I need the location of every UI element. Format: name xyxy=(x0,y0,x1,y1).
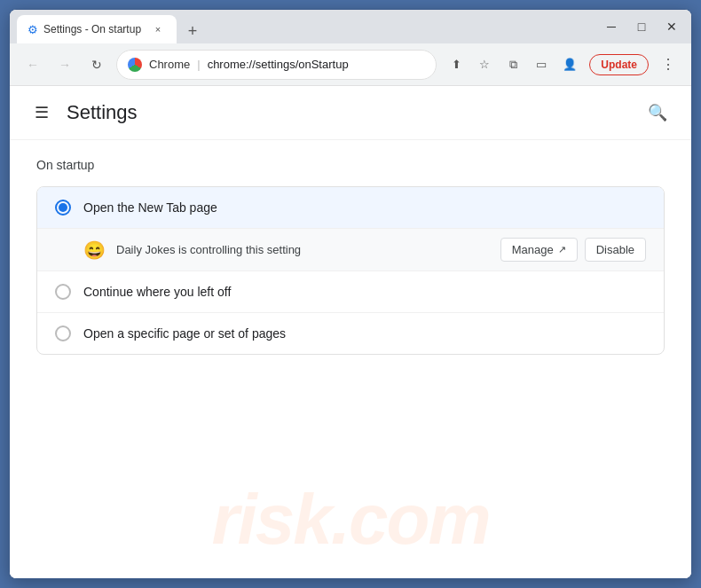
chrome-logo-icon xyxy=(128,58,142,72)
reload-button[interactable]: ↻ xyxy=(84,52,109,77)
settings-body: On startup Open the New Tab page 😄 Daily… xyxy=(10,140,691,578)
url-separator: | xyxy=(197,58,200,71)
title-bar-controls: ─ □ ✕ xyxy=(599,10,684,43)
disable-button[interactable]: Disable xyxy=(585,238,646,262)
option-specific[interactable]: Open a specific page or set of pages xyxy=(37,313,664,354)
url-actions: ⬆ ☆ ⧉ ▭ 👤 xyxy=(444,52,582,77)
extension-label: Daily Jokes is controlling this setting xyxy=(116,243,490,256)
radio-specific[interactable] xyxy=(55,325,71,341)
profile-button[interactable]: 👤 xyxy=(557,52,582,77)
option-continue[interactable]: Continue where you left off xyxy=(37,271,664,313)
star-icon: ☆ xyxy=(479,58,490,71)
sidebar-button[interactable]: ▭ xyxy=(529,52,554,77)
forward-icon: → xyxy=(59,58,71,72)
menu-icon: ⋮ xyxy=(661,56,675,73)
option-specific-label: Open a specific page or set of pages xyxy=(83,326,646,341)
extensions-button[interactable]: ⧉ xyxy=(500,52,525,77)
option-new-tab[interactable]: Open the New Tab page xyxy=(37,187,664,229)
page-content: ☰ Settings 🔍 On startup Open the New Tab… xyxy=(10,86,691,578)
radio-new-tab[interactable] xyxy=(55,200,71,216)
settings-search-button[interactable]: 🔍 xyxy=(642,97,673,129)
active-tab[interactable]: ⚙ Settings - On startup × xyxy=(17,15,177,43)
startup-options-card: Open the New Tab page 😄 Daily Jokes is c… xyxy=(36,186,665,355)
url-bar[interactable]: Chrome | chrome://settings/onStartup xyxy=(116,50,437,80)
maximize-button[interactable]: □ xyxy=(629,14,654,39)
update-button[interactable]: Update xyxy=(589,54,649,75)
forward-button[interactable]: → xyxy=(52,52,77,77)
extensions-icon: ⧉ xyxy=(509,58,517,72)
address-bar: ← → ↻ Chrome | chrome://settings/onStart… xyxy=(10,43,691,86)
option-continue-label: Continue where you left off xyxy=(83,285,646,299)
option-new-tab-label: Open the New Tab page xyxy=(83,200,646,215)
radio-new-tab-inner xyxy=(59,203,67,212)
tab-title: Settings - On startup xyxy=(43,23,145,35)
tab-strip: ⚙ Settings - On startup × + xyxy=(17,10,599,43)
browser-menu-button[interactable]: ⋮ xyxy=(656,52,681,77)
settings-page-title: Settings xyxy=(67,101,631,124)
url-chrome-label: Chrome xyxy=(149,58,190,71)
external-link-icon: ↗ xyxy=(558,244,566,255)
tab-close-button[interactable]: × xyxy=(150,21,166,37)
section-title: On startup xyxy=(36,158,665,172)
url-text[interactable]: chrome://settings/onStartup xyxy=(208,58,426,71)
watermark: risk.com xyxy=(211,479,489,561)
search-icon: 🔍 xyxy=(648,103,667,122)
manage-label: Manage xyxy=(512,243,554,256)
title-bar: ⚙ Settings - On startup × + ─ □ ✕ xyxy=(10,10,691,43)
browser-window: ⚙ Settings - On startup × + ─ □ ✕ ← → ↻ … xyxy=(9,9,692,579)
share-icon: ⬆ xyxy=(452,58,461,71)
new-tab-button[interactable]: + xyxy=(180,19,205,43)
profile-icon: 👤 xyxy=(563,58,577,71)
extension-icon: 😄 xyxy=(83,239,106,261)
radio-continue[interactable] xyxy=(55,284,71,300)
back-button[interactable]: ← xyxy=(20,52,45,77)
back-icon: ← xyxy=(27,58,39,72)
hamburger-menu-button[interactable]: ☰ xyxy=(28,98,56,127)
extension-control-row: 😄 Daily Jokes is controlling this settin… xyxy=(37,229,664,271)
close-button[interactable]: ✕ xyxy=(659,14,684,39)
minimize-button[interactable]: ─ xyxy=(599,14,624,39)
reload-icon: ↻ xyxy=(91,58,102,72)
sidebar-icon: ▭ xyxy=(536,58,547,71)
bookmark-button[interactable]: ☆ xyxy=(472,52,497,77)
share-button[interactable]: ⬆ xyxy=(444,52,469,77)
extension-actions: Manage ↗ Disable xyxy=(500,238,646,262)
settings-header: ☰ Settings 🔍 xyxy=(10,86,691,140)
tab-favicon: ⚙ xyxy=(28,23,38,36)
manage-button[interactable]: Manage ↗ xyxy=(500,238,578,262)
